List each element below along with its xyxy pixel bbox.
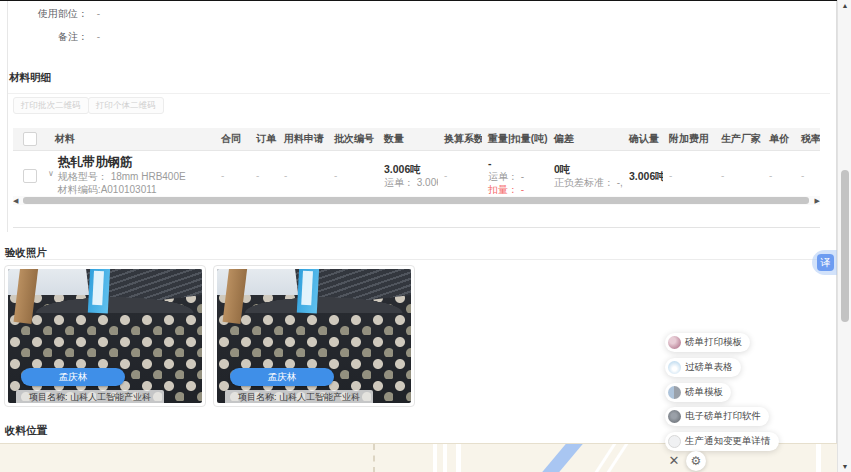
watermark-name-badge: 孟庆林 — [230, 368, 334, 386]
col-material: 材料 — [40, 128, 215, 151]
remarks-label: 备注： — [13, 31, 88, 43]
cell-batch-no: - — [328, 151, 378, 201]
col-application: 用料申请 — [278, 128, 328, 151]
map-dashed-line — [373, 444, 375, 472]
cell-contract: - — [215, 151, 250, 201]
electronic-ticket-print-software-icon — [668, 410, 681, 423]
cell-surcharge: - — [663, 151, 715, 201]
acceptance-photo-2[interactable]: 孟庆林 项目名称: 山科人工智能产业科 技园项目EPC — [213, 265, 415, 407]
translate-button[interactable]: 译 — [812, 250, 838, 275]
scroll-up-icon[interactable]: ▲ — [838, 2, 851, 9]
cell-order: - — [250, 151, 278, 201]
usage-location-label: 使用部位： — [13, 8, 88, 20]
acceptance-photo-1[interactable]: 孟庆林 项目名称: 山科人工智能产业科 技园项目EPC — [4, 265, 206, 407]
table-horizontal-scrollbar[interactable]: ◀ ▶ — [13, 196, 820, 205]
cell-application: - — [278, 151, 328, 201]
field-remarks: 备注： - — [13, 31, 100, 43]
row-checkbox[interactable] — [23, 169, 37, 183]
blue-tag — [297, 269, 319, 313]
panel-left-edge — [7, 1, 8, 232]
watermark-name-badge: 孟庆林 — [21, 368, 125, 386]
col-surcharge: 附加费用 — [663, 128, 715, 151]
col-order: 订单 — [250, 128, 278, 151]
table-header-row: 材料 合同 订单 用料申请 批次编号 数量 换算系数 重量|扣量(吨) 偏差 确… — [13, 128, 820, 151]
menu-weighing-ticket-table[interactable]: 过磅单表格 — [665, 358, 741, 377]
col-tax-rate: 税率 — [795, 128, 820, 151]
material-code: 材料编码:A010103011 — [58, 183, 186, 196]
material-spec: 规格型号： 18mm HRB400E — [58, 170, 186, 183]
col-quantity: 数量 — [378, 128, 438, 151]
cell-conversion: - — [438, 151, 482, 201]
col-confirmed: 确认量 — [623, 128, 663, 151]
location-section-title: 收料位置 — [5, 424, 47, 438]
rebar-photo-image: 孟庆林 项目名称: 山科人工智能产业科 技园项目EPC — [217, 269, 411, 403]
menu-electronic-ticket-print-software[interactable]: 电子磅单打印软件 — [665, 407, 769, 426]
print-individual-qr-button[interactable]: 打印个体二维码 — [88, 97, 164, 114]
weigh-ticket-template-icon — [668, 386, 681, 399]
select-all-checkbox[interactable] — [23, 132, 37, 146]
window-top-border — [0, 0, 851, 1]
production-notice-change-detail-icon — [668, 435, 681, 448]
quantity-value: 3.006吨 — [384, 162, 438, 176]
col-unit-price: 单价 — [763, 128, 795, 151]
vertical-scroll-thumb[interactable] — [841, 170, 849, 322]
material-detail-title: 材料明细 — [9, 71, 51, 85]
cell-tax-rate: - — [795, 151, 820, 201]
watermark-caption: 项目名称: 山科人工智能产业科 技园项目EPC — [16, 390, 164, 403]
print-batch-qr-button[interactable]: 打印批次二维码 — [13, 97, 89, 114]
watermark-caption: 项目名称: 山科人工智能产业科 技园项目EPC — [225, 390, 373, 403]
cell-manufacturer: - — [715, 151, 763, 201]
material-name: 热轧带肋钢筋 — [58, 155, 186, 170]
field-usage-location: 使用部位： - — [13, 8, 100, 20]
weight-value: - — [488, 156, 548, 170]
material-table: 材料 合同 订单 用料申请 批次编号 数量 换算系数 重量|扣量(吨) 偏差 确… — [13, 128, 820, 228]
table-row: ∨ 热轧带肋钢筋 规格型号： 18mm HRB400E 材料编码:A010103… — [13, 151, 820, 201]
col-conversion: 换算系数 — [438, 128, 482, 151]
gear-icon[interactable]: ⚙ — [686, 451, 706, 471]
quantity-waybill: 运单： 3.006吨 — [384, 176, 438, 189]
section-divider — [8, 93, 830, 94]
receipt-detail-drawer: 使用部位： - 备注： - 材料明细 打印批次二维码 打印个体二维码 材料 合同… — [0, 0, 851, 472]
menu-weigh-ticket-template[interactable]: 磅单模板 — [665, 383, 731, 402]
scroll-left-icon[interactable]: ◀ — [13, 196, 18, 205]
scroll-down-icon[interactable]: ▼ — [838, 463, 851, 470]
weighing-ticket-table-icon — [668, 361, 681, 374]
map-blue-road — [540, 443, 586, 472]
translate-icon: 译 — [817, 254, 834, 271]
menu-weigh-ticket-print-template[interactable]: 磅单打印模板 — [665, 333, 750, 352]
scroll-right-icon[interactable]: ▶ — [815, 196, 820, 205]
chevron-down-icon[interactable]: ∨ — [48, 169, 54, 178]
deviation-value: 0吨 — [554, 162, 623, 176]
col-contract: 合同 — [215, 128, 250, 151]
weight-deduction: 扣量： - — [488, 183, 548, 196]
confirmed-value: 3.006吨 — [629, 170, 663, 182]
deviation-standard: 正负差标准： -,- — [554, 176, 623, 189]
menu-production-notice-change-detail[interactable]: 生产通知变更单详情 — [665, 432, 779, 451]
cell-unit-price: - — [763, 151, 795, 201]
section-divider — [4, 259, 830, 260]
close-menu-icon[interactable]: ✕ — [666, 453, 682, 469]
usage-location-value: - — [97, 8, 100, 20]
weigh-ticket-print-template-icon — [668, 336, 681, 349]
photos-section-title: 验收照片 — [5, 246, 47, 260]
weight-waybill: 运单： - — [488, 170, 548, 183]
horizontal-scroll-thumb[interactable] — [23, 197, 809, 204]
rebar-photo-image: 孟庆林 项目名称: 山科人工智能产业科 技园项目EPC — [8, 269, 202, 403]
page-vertical-scrollbar[interactable]: ▲ ▼ — [837, 0, 851, 472]
col-batch-no: 批次编号 — [328, 128, 378, 151]
blue-tag — [88, 269, 110, 313]
remarks-value: - — [97, 31, 100, 43]
col-deviation: 偏差 — [548, 128, 623, 151]
col-manufacturer: 生产厂家 — [715, 128, 763, 151]
col-weight-deduction: 重量|扣量(吨) — [482, 128, 548, 151]
